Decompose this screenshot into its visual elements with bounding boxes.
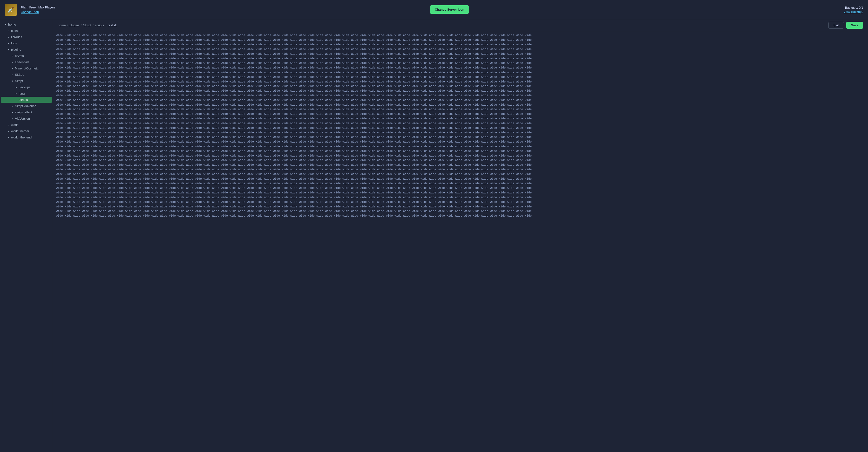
- sidebar-item-label: plugins: [11, 48, 49, 51]
- chevron-icon: ▸: [10, 117, 14, 120]
- sidebar-item-label: lang: [19, 92, 49, 95]
- sidebar-item-label: skript-reflect: [15, 111, 49, 114]
- chevron-icon: ▸: [10, 54, 14, 58]
- sidebar-item-label: world_nether: [11, 129, 49, 133]
- backups-info: Backups: 0/1 View Backups: [844, 6, 863, 13]
- sidebar-item-cache[interactable]: ▸cache: [1, 28, 52, 34]
- breadcrumb-item-1[interactable]: plugins: [69, 23, 79, 27]
- sidebar-item-world[interactable]: ▸world: [1, 122, 52, 128]
- sidebar-item-home[interactable]: ▾home: [1, 22, 52, 28]
- breadcrumb-separator: /: [81, 23, 82, 27]
- server-icon: 🗡️: [5, 4, 17, 16]
- sidebar-item-ViaVersion[interactable]: ▸ViaVersion: [1, 116, 52, 122]
- breadcrumb-separator: /: [93, 23, 94, 27]
- view-backups-link[interactable]: View Backups: [844, 10, 863, 13]
- exit-button[interactable]: Exit: [829, 22, 844, 29]
- sidebar-item-plugins[interactable]: ▾plugins: [1, 47, 52, 53]
- sidebar-item-SkBee[interactable]: ▸SkBee: [1, 72, 52, 78]
- breadcrumb-item-2[interactable]: Skript: [83, 23, 91, 27]
- chevron-icon: ▸: [7, 129, 10, 133]
- sidebar-item-scripts[interactable]: scripts: [1, 97, 52, 103]
- chevron-icon: ▸: [10, 73, 14, 77]
- sidebar-item-lang[interactable]: ▸lang: [1, 90, 52, 96]
- chevron-icon: ▸: [10, 111, 14, 114]
- save-button[interactable]: Save: [846, 22, 863, 29]
- breadcrumb-item-3[interactable]: scripts: [95, 23, 104, 27]
- main-content: home / plugins / Skript / scripts / test…: [53, 19, 868, 452]
- sidebar-item-label: logs: [11, 41, 49, 45]
- chevron-icon: ▸: [10, 104, 14, 108]
- breadcrumb-item-0[interactable]: home: [58, 23, 66, 27]
- chevron-icon: ▸: [7, 136, 10, 139]
- sidebar-item-label: ViaVersion: [15, 117, 49, 120]
- chevron-icon: ▾: [4, 23, 7, 26]
- sidebar-item-label: home: [8, 23, 49, 26]
- sidebar-item-Skript-Advance[interactable]: ▸Skript-Advance...: [1, 103, 52, 109]
- breadcrumb: home / plugins / Skript / scripts / test…: [58, 23, 117, 27]
- sidebar-item-skript-reflect[interactable]: ▸skript-reflect: [1, 109, 52, 115]
- chevron-icon: ▸: [10, 67, 14, 70]
- sidebar-item-backups[interactable]: ▸backups: [1, 84, 52, 90]
- sidebar-item-label: Skript: [15, 79, 49, 83]
- sidebar-item-label: SkBee: [15, 73, 49, 77]
- sidebar-item-MinehutCosmet[interactable]: ▸MinehutCosmet...: [1, 65, 52, 71]
- chevron-icon: ▾: [10, 79, 14, 83]
- chevron-icon: ▸: [7, 123, 10, 127]
- breadcrumb-bar: home / plugins / Skript / scripts / test…: [53, 19, 868, 31]
- chevron-icon: ▸: [14, 92, 18, 95]
- breadcrumb-actions: Exit Save: [829, 22, 863, 29]
- sidebar-item-label: backups: [19, 85, 49, 89]
- chevron-icon: ▸: [7, 35, 10, 39]
- sidebar-item-libraries[interactable]: ▸libraries: [1, 34, 52, 40]
- plan-info: Plan: Free | Max Players Change Plan: [21, 5, 56, 14]
- sidebar-item-label: cache: [11, 29, 49, 33]
- editor-area[interactable]: wide wide wide wide wide wide wide wide …: [53, 31, 868, 452]
- change-plan-link[interactable]: Change Plan: [21, 10, 56, 14]
- breadcrumb-current: test.sk: [108, 23, 117, 27]
- plan-text: Plan: Free | Max Players: [21, 5, 56, 9]
- header-left: 🗡️ Plan: Free | Max Players Change Plan: [5, 4, 56, 16]
- change-icon-area: Change Server Icon: [430, 5, 469, 14]
- sidebar-item-label: libraries: [11, 35, 49, 39]
- backups-count: Backups: 0/1: [845, 6, 863, 9]
- plan-label: Plan:: [21, 5, 28, 9]
- sidebar-item-label: Essentials: [15, 60, 49, 64]
- plan-value: Free | Max Players: [29, 5, 56, 9]
- sidebar-item-label: world_the_end: [11, 135, 49, 139]
- main-layout: ▾home▸cache▸libraries▸logs▾plugins▸bStat…: [0, 19, 868, 452]
- sidebar-item-label: Skript-Advance...: [15, 104, 49, 108]
- sidebar-item-logs[interactable]: ▸logs: [1, 40, 52, 46]
- sidebar-item-label: scripts: [19, 98, 49, 101]
- sidebar-item-Skript[interactable]: ▾Skript: [1, 78, 52, 84]
- chevron-icon: [14, 98, 18, 101]
- code-content: wide wide wide wide wide wide wide wide …: [56, 33, 865, 218]
- chevron-icon: ▸: [14, 86, 18, 89]
- sidebar-item-bStats[interactable]: ▸bStats: [1, 53, 52, 59]
- sidebar: ▾home▸cache▸libraries▸logs▾plugins▸bStat…: [0, 19, 53, 452]
- sidebar-item-label: MinehutCosmet...: [15, 67, 49, 70]
- chevron-icon: ▸: [10, 61, 14, 64]
- sidebar-item-world_nether[interactable]: ▸world_nether: [1, 128, 52, 134]
- breadcrumb-separator: /: [67, 23, 68, 27]
- change-server-icon-button[interactable]: Change Server Icon: [430, 5, 469, 14]
- top-header: 🗡️ Plan: Free | Max Players Change Plan …: [0, 0, 868, 19]
- sidebar-item-label: world: [11, 123, 49, 127]
- chevron-icon: ▾: [7, 48, 10, 51]
- sidebar-item-Essentials[interactable]: ▸Essentials: [1, 59, 52, 65]
- chevron-icon: ▸: [7, 29, 10, 33]
- sidebar-item-world_the_end[interactable]: ▸world_the_end: [1, 134, 52, 140]
- chevron-icon: ▸: [7, 42, 10, 45]
- sidebar-item-label: bStats: [15, 54, 49, 58]
- breadcrumb-separator: /: [105, 23, 106, 27]
